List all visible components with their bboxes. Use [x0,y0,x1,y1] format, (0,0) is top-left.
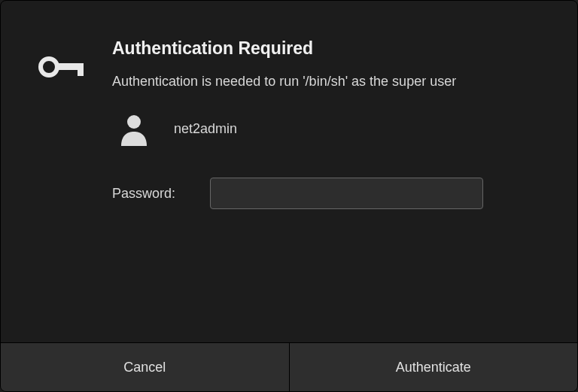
svg-point-3 [127,115,141,129]
key-icon [38,52,85,82]
svg-rect-2 [78,68,84,76]
username-label: net2admin [174,121,237,137]
button-bar: Cancel Authenticate [1,342,577,391]
dialog-main-column: Authentication Required Authentication i… [106,38,540,327]
svg-point-0 [41,59,57,75]
password-input[interactable] [210,178,483,209]
authenticate-button[interactable]: Authenticate [289,343,578,391]
user-row: net2admin [112,111,540,146]
dialog-message: Authentication is needed to run '/bin/sh… [112,72,496,90]
dialog-title: Authentication Required [112,38,540,59]
cancel-button[interactable]: Cancel [1,343,289,391]
password-row: Password: [112,178,540,209]
user-avatar-icon [117,111,151,146]
dialog-icon-column [38,38,106,327]
password-label: Password: [112,186,210,202]
dialog-body: Authentication Required Authentication i… [1,1,577,342]
